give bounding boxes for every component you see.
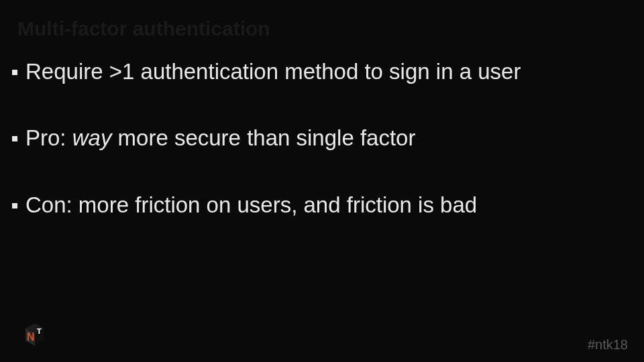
bullet-text-pre: Pro:: [25, 125, 72, 150]
bullet-text: Require >1 authentication method to sign…: [25, 58, 624, 85]
nt-logo-icon: N T: [19, 319, 50, 350]
svg-text:T: T: [37, 327, 42, 335]
bullet-marker-icon: [12, 70, 17, 75]
bullet-text: Con: more friction on users, and frictio…: [25, 191, 624, 219]
bullet-marker-icon: [12, 136, 17, 141]
slide: Multi-factor authentication Require >1 a…: [0, 0, 644, 362]
bullet-text-post: more secure than single factor: [111, 125, 415, 150]
slide-title: Multi-factor authentication: [17, 17, 270, 40]
bullet-text: Pro: way more secure than single factor: [25, 124, 624, 152]
bullet-item: Require >1 authentication method to sign…: [12, 58, 624, 85]
bullet-item: Con: more friction on users, and frictio…: [12, 191, 624, 219]
bullet-item: Pro: way more secure than single factor: [12, 124, 624, 152]
bullet-marker-icon: [12, 203, 17, 208]
bullet-list: Require >1 authentication method to sign…: [12, 58, 624, 257]
hashtag: #ntk18: [588, 337, 628, 353]
bullet-text-em: way: [72, 125, 112, 150]
svg-text:N: N: [27, 331, 35, 343]
